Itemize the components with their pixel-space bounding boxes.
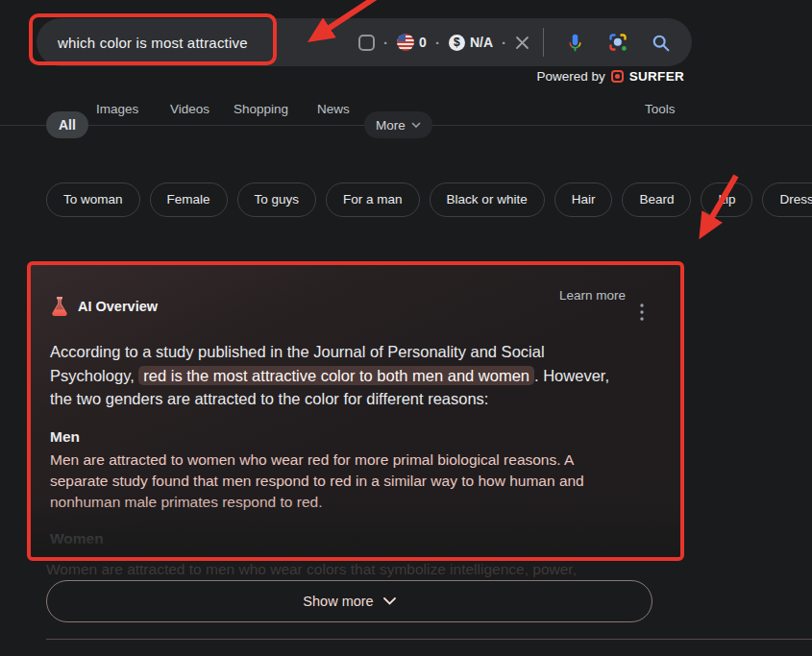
tab-all-label: All — [59, 117, 76, 133]
close-icon[interactable] — [515, 36, 529, 50]
chip-black-or-white[interactable]: Black or white — [430, 182, 545, 217]
extension-checkbox-icon[interactable] — [358, 35, 375, 51]
learn-more-link[interactable]: Learn more — [559, 288, 626, 303]
men-heading: Men — [50, 428, 80, 446]
ai-overview-title: AI Overview — [78, 299, 158, 314]
dollar-icon: $ — [449, 35, 465, 51]
tab-more[interactable]: More — [364, 111, 432, 138]
show-more-label: Show more — [303, 594, 373, 609]
chevron-down-icon — [411, 122, 421, 128]
chevron-down-icon — [383, 597, 396, 605]
powered-by-text: Powered by — [536, 69, 604, 84]
chip-beard[interactable]: Beard — [622, 182, 691, 217]
surfer-brand-name: SURFER — [629, 69, 684, 84]
show-more-button[interactable]: Show more — [46, 580, 652, 622]
ai-overview-paragraph: According to a study published in the Jo… — [50, 340, 628, 411]
dollar-value: N/A — [470, 35, 493, 50]
separator-dot: · — [383, 36, 388, 50]
tab-tools[interactable]: Tools — [645, 102, 676, 116]
tab-videos[interactable]: Videos — [170, 102, 209, 116]
tab-more-label: More — [376, 118, 406, 133]
ai-overview-panel: Learn more AI Overview According to a st… — [27, 261, 684, 561]
voice-search-icon[interactable] — [565, 33, 585, 53]
chip-for-a-man[interactable]: For a man — [326, 182, 420, 217]
price-indicator[interactable]: $ N/A — [449, 35, 493, 51]
tab-all[interactable]: All — [46, 111, 88, 138]
women-heading: Women — [50, 530, 104, 547]
us-flag-icon — [397, 34, 414, 51]
flask-icon — [50, 296, 69, 317]
separator-dot: · — [502, 36, 506, 50]
chip-female[interactable]: Female — [150, 182, 228, 217]
tab-news[interactable]: News — [317, 102, 350, 116]
search-icon[interactable] — [651, 33, 671, 53]
annotation-box-query — [29, 13, 277, 65]
chip-lip[interactable]: Lip — [701, 182, 752, 217]
highlighted-answer: red is the most attractive color to both… — [138, 366, 534, 385]
country-flag-counter[interactable]: 0 — [397, 34, 427, 51]
vertical-divider — [543, 28, 544, 57]
search-bar-controls: · 0 · $ N/A · — [358, 18, 675, 66]
filter-chips-row: To woman Female To guys For a man Black … — [46, 182, 812, 217]
chip-dress[interactable]: Dress — [762, 182, 812, 217]
bottom-divider — [46, 639, 812, 640]
chip-to-woman[interactable]: To woman — [46, 182, 140, 217]
google-lens-icon[interactable] — [607, 32, 628, 53]
ai-overview-header: AI Overview — [50, 296, 158, 317]
surfer-logo-icon — [611, 70, 624, 83]
powered-by-badge: Powered by SURFER — [536, 69, 684, 84]
tab-shopping[interactable]: Shopping — [234, 102, 288, 116]
flag-count: 0 — [419, 35, 427, 50]
kebab-menu-icon[interactable] — [640, 304, 644, 325]
faded-women-text: Women are attracted to men who wear colo… — [46, 561, 680, 578]
men-paragraph: Men are attracted to women who wear red … — [50, 449, 619, 513]
tab-images[interactable]: Images — [96, 102, 138, 116]
chip-to-guys[interactable]: To guys — [237, 182, 317, 217]
separator-dot: · — [435, 36, 440, 50]
search-results-page: which color is most attractive · 0 · $ N… — [0, 0, 812, 656]
chip-hair[interactable]: Hair — [554, 182, 613, 217]
